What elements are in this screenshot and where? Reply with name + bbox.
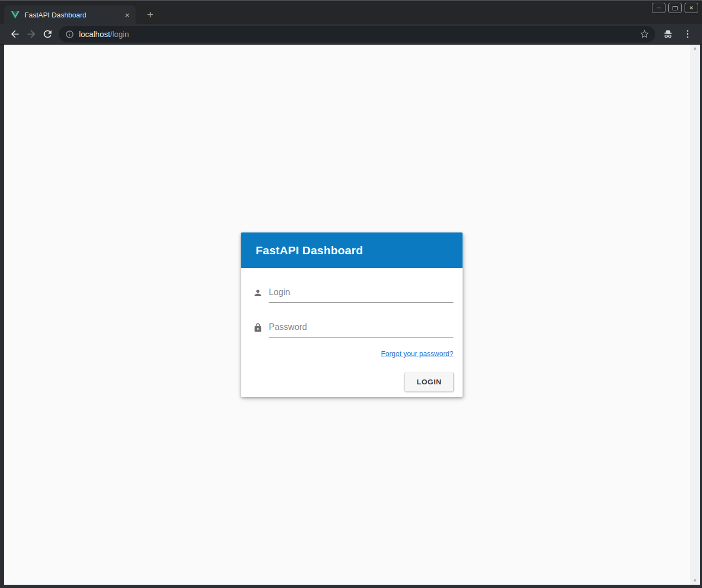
scroll-down-icon[interactable]: ▼ — [693, 579, 697, 583]
browser-tab[interactable]: FastAPI Dashboard × — [4, 5, 136, 24]
bookmark-star-icon[interactable] — [639, 29, 650, 39]
login-card-title: FastAPI Dashboard — [256, 244, 363, 257]
browser-titlebar: FastAPI Dashboard × + ─ ✕ — [0, 0, 702, 24]
back-arrow-icon — [9, 28, 21, 40]
window-close-button[interactable]: ✕ — [685, 3, 698, 13]
back-button[interactable] — [7, 26, 23, 42]
reload-button[interactable] — [39, 26, 56, 42]
forgot-password-link[interactable]: Forgot your password? — [381, 350, 454, 358]
login-card-body: Forgot your password? LOGIN — [241, 268, 463, 397]
login-card: FastAPI Dashboard Forgot your p — [241, 232, 463, 397]
page-content: FastAPI Dashboard Forgot your p — [4, 45, 700, 585]
window-minimize-button[interactable]: ─ — [652, 3, 666, 13]
login-card-header: FastAPI Dashboard — [241, 232, 463, 268]
login-button[interactable]: LOGIN — [405, 372, 454, 391]
url-path: /login — [110, 30, 129, 39]
password-input[interactable] — [269, 319, 454, 337]
incognito-icon — [662, 28, 674, 40]
window-maximize-button[interactable] — [668, 3, 682, 13]
vue-favicon-icon — [11, 11, 20, 19]
login-input-underline — [269, 284, 454, 303]
tab-close-icon[interactable]: × — [123, 10, 131, 20]
password-field-row — [253, 319, 454, 338]
new-tab-button[interactable]: + — [142, 5, 159, 24]
toolbar-right — [660, 26, 697, 42]
address-bar[interactable]: localhost/login — [59, 26, 655, 42]
incognito-indicator — [660, 26, 676, 42]
maximize-icon — [673, 6, 677, 10]
page-scrollbar[interactable]: ▲ ▼ — [690, 45, 700, 585]
login-input[interactable] — [269, 284, 454, 302]
window-controls: ─ ✕ — [652, 3, 698, 13]
browser-menu-button[interactable] — [679, 26, 695, 42]
url-host: localhost — [79, 30, 110, 39]
tab-title: FastAPI Dashboard — [25, 11, 118, 19]
kebab-menu-icon — [682, 28, 693, 40]
login-actions: LOGIN — [253, 372, 454, 391]
reload-icon — [42, 28, 53, 40]
browser-toolbar: localhost/login — [0, 24, 702, 45]
url-text: localhost/login — [79, 30, 129, 39]
forward-arrow-icon — [26, 28, 37, 40]
lock-icon — [253, 323, 263, 333]
person-icon — [253, 288, 263, 298]
password-input-underline — [269, 319, 454, 338]
forgot-password-row: Forgot your password? — [253, 348, 454, 358]
site-info-icon[interactable] — [65, 30, 74, 39]
forward-button[interactable] — [23, 26, 39, 42]
login-field-row — [253, 284, 454, 303]
scroll-up-icon[interactable]: ▲ — [693, 46, 697, 51]
